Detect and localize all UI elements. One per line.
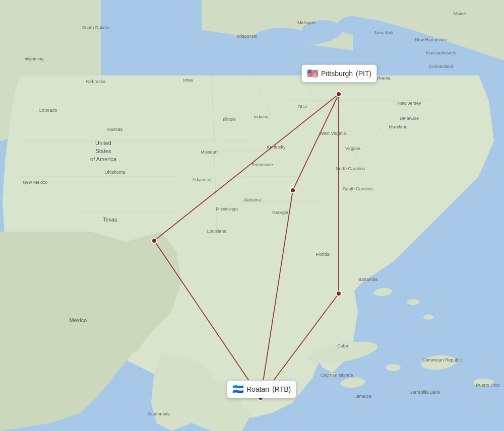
svg-text:Dominican Republic: Dominican Republic xyxy=(422,357,463,363)
svg-text:Arkansas: Arkansas xyxy=(192,177,211,182)
svg-text:Nebraska: Nebraska xyxy=(86,79,106,84)
pit-name: Pittsburgh xyxy=(321,69,353,78)
svg-text:Virginia: Virginia xyxy=(345,146,360,151)
svg-point-10 xyxy=(423,315,433,320)
svg-text:Kansas: Kansas xyxy=(107,127,123,132)
pit-flag: 🇺🇸 xyxy=(307,68,318,79)
svg-text:Georgia: Georgia xyxy=(272,210,288,215)
svg-text:New York: New York xyxy=(374,30,394,35)
svg-text:Iowa: Iowa xyxy=(183,78,193,83)
svg-text:Oklahoma: Oklahoma xyxy=(104,170,125,175)
svg-text:Kentucky: Kentucky xyxy=(267,145,286,150)
svg-text:Michigan: Michigan xyxy=(297,20,316,25)
svg-text:Colorado: Colorado xyxy=(39,108,57,113)
svg-text:Texas: Texas xyxy=(103,217,117,223)
svg-text:South Carolina: South Carolina xyxy=(343,186,373,191)
svg-text:Puerto Rico: Puerto Rico xyxy=(476,383,499,388)
map-background: .water { fill: #a8c8e8; } .land { fill: … xyxy=(0,0,504,431)
svg-text:South Dakota: South Dakota xyxy=(82,25,110,30)
svg-text:Louisiana: Louisiana xyxy=(207,229,227,234)
svg-text:States: States xyxy=(95,148,111,154)
svg-text:Cuba: Cuba xyxy=(337,343,348,348)
svg-text:New Mexico: New Mexico xyxy=(23,180,47,185)
svg-text:United: United xyxy=(95,140,111,146)
svg-text:Florida: Florida xyxy=(316,252,330,257)
svg-text:New Jersey: New Jersey xyxy=(397,101,421,106)
svg-text:Alabama: Alabama xyxy=(243,197,261,202)
svg-text:Massachusetts: Massachusetts xyxy=(426,50,457,55)
svg-point-4 xyxy=(285,45,310,60)
rtb-flag: 🇭🇳 xyxy=(232,384,243,395)
svg-text:Illinois: Illinois xyxy=(223,117,236,122)
svg-text:Delaware: Delaware xyxy=(400,116,419,121)
svg-text:Bahamas: Bahamas xyxy=(358,277,378,282)
svg-text:Guatemala: Guatemala xyxy=(148,411,170,416)
svg-text:Mississippi: Mississippi xyxy=(216,206,238,211)
svg-text:Missouri: Missouri xyxy=(201,150,218,155)
svg-text:Jamaica: Jamaica xyxy=(354,394,371,399)
airport-label-pit: 🇺🇸 Pittsburgh (PIT) xyxy=(301,64,377,83)
svg-point-7 xyxy=(386,364,401,371)
svg-text:Wisconsin: Wisconsin xyxy=(236,34,257,39)
svg-text:Wyoming: Wyoming xyxy=(25,56,43,61)
svg-text:Cayman Islands: Cayman Islands xyxy=(321,373,353,378)
svg-text:Mexico: Mexico xyxy=(70,317,87,323)
svg-text:Ohio: Ohio xyxy=(297,104,307,109)
rtb-code: (RTB) xyxy=(272,385,291,393)
airport-label-rtb: 🇭🇳 Roatan (RTB) xyxy=(227,380,296,398)
rtb-name: Roatan xyxy=(246,385,269,393)
svg-text:Maine: Maine xyxy=(454,11,466,16)
svg-text:Tennessee: Tennessee xyxy=(251,162,273,167)
pit-code: (PIT) xyxy=(356,69,371,78)
svg-text:Serranilla Bank: Serranilla Bank xyxy=(409,390,440,395)
svg-text:Maryland: Maryland xyxy=(389,124,407,129)
svg-text:of America: of America xyxy=(90,156,117,162)
svg-text:North Carolina: North Carolina xyxy=(336,166,365,171)
svg-point-3 xyxy=(338,16,368,34)
map-container: .water { fill: #a8c8e8; } .land { fill: … xyxy=(0,0,504,431)
svg-text:Connecticut: Connecticut xyxy=(429,64,453,69)
svg-text:West Virginia: West Virginia xyxy=(320,131,346,136)
svg-text:New Hampshire: New Hampshire xyxy=(415,37,447,42)
svg-point-9 xyxy=(407,299,419,305)
svg-text:Indiana: Indiana xyxy=(254,114,269,119)
